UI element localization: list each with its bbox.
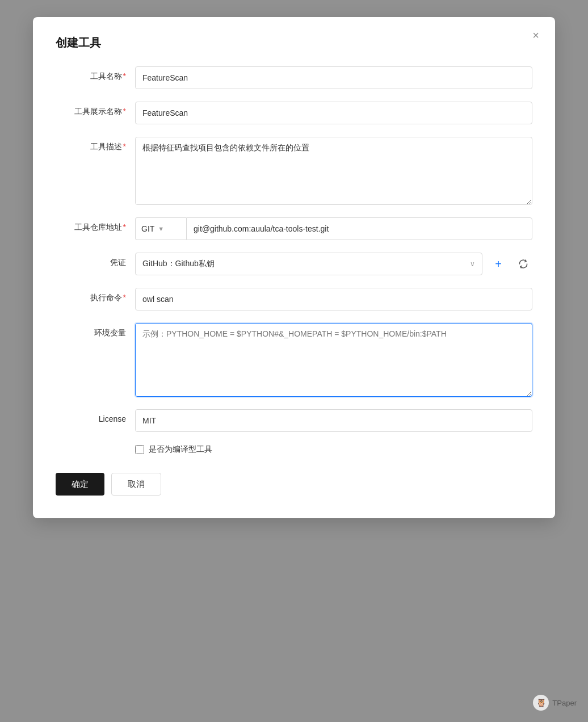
cancel-button[interactable]: 取消	[111, 473, 161, 496]
create-tool-dialog: × 创建工具 工具名称* 工具展示名称* 工具描述* 根据特征码查找项目包含的依…	[33, 17, 555, 518]
credential-select[interactable]: GitHub：Github私钥 ∨	[135, 253, 482, 275]
add-credential-button[interactable]: +	[489, 255, 507, 273]
compile-tool-checkbox[interactable]	[135, 445, 144, 454]
env-var-textarea[interactable]	[135, 323, 532, 397]
credential-input-group: GitHub：Github私钥 ∨ +	[135, 253, 532, 275]
footer-buttons: 确定 取消	[56, 473, 532, 496]
dialog-title: 创建工具	[56, 35, 532, 51]
exec-cmd-input[interactable]	[135, 288, 532, 310]
compile-tool-label[interactable]: 是否为编译型工具	[149, 444, 212, 455]
tpaper-label: TPaper	[552, 699, 577, 707]
credential-value: GitHub：Github私钥	[142, 259, 215, 269]
tool-display-name-row: 工具展示名称*	[56, 102, 532, 124]
env-var-row: 环境变量	[56, 323, 532, 397]
repo-label: 工具仓库地址*	[56, 217, 135, 233]
repo-row: 工具仓库地址* GIT ▼	[56, 217, 532, 240]
exec-cmd-row: 执行命令*	[56, 288, 532, 310]
tool-desc-label: 工具描述*	[56, 137, 135, 152]
tpaper-badge: 🦉 TPaper	[533, 695, 577, 711]
tool-name-label: 工具名称*	[56, 66, 135, 82]
repo-url-input[interactable]	[186, 217, 532, 240]
refresh-credential-button[interactable]	[514, 255, 532, 273]
repo-type-chevron-icon: ▼	[158, 225, 164, 232]
license-row: License	[56, 409, 532, 432]
exec-cmd-label: 执行命令*	[56, 288, 135, 303]
tpaper-icon: 🦉	[533, 695, 549, 711]
tool-name-input[interactable]	[135, 66, 532, 89]
tool-display-name-input[interactable]	[135, 102, 532, 124]
tool-name-row: 工具名称*	[56, 66, 532, 89]
credential-row: 凭证 GitHub：Github私钥 ∨ +	[56, 253, 532, 275]
license-input[interactable]	[135, 409, 532, 432]
close-button[interactable]: ×	[530, 27, 541, 43]
env-var-label: 环境变量	[56, 323, 135, 338]
repo-type-value: GIT	[141, 224, 154, 233]
tool-display-name-label: 工具展示名称*	[56, 102, 135, 117]
tool-desc-row: 工具描述* 根据特征码查找项目包含的依赖文件所在的位置	[56, 137, 532, 205]
refresh-icon	[518, 259, 528, 269]
license-label: License	[56, 409, 135, 423]
tool-desc-textarea[interactable]: 根据特征码查找项目包含的依赖文件所在的位置	[135, 137, 532, 205]
compile-tool-row: 是否为编译型工具	[56, 444, 532, 455]
repo-input-group: GIT ▼	[135, 217, 532, 240]
confirm-button[interactable]: 确定	[56, 473, 104, 496]
repo-type-select[interactable]: GIT ▼	[135, 217, 186, 240]
credential-chevron-icon: ∨	[470, 260, 475, 268]
credential-label: 凭证	[56, 253, 135, 268]
